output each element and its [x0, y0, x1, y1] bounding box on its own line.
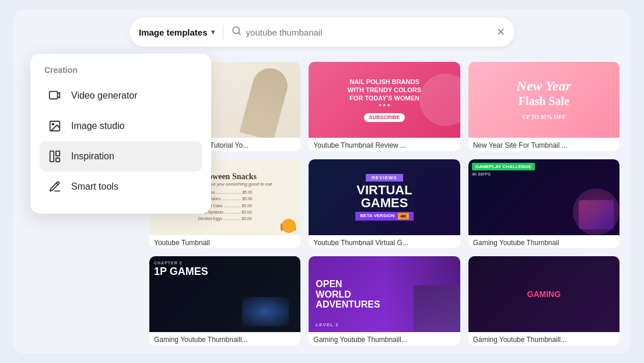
svg-point-4: [52, 123, 54, 125]
thumbnail-grid: HAPPYLIFEHAPPYTIME Youtube Thubnail Tuto…: [141, 54, 631, 354]
svg-rect-2: [50, 92, 58, 99]
img9-placeholder: GAMING: [527, 289, 561, 299]
img5-sub: BETA VERSION 4K: [355, 212, 413, 221]
dropdown-label: Image templates: [139, 27, 208, 37]
svg-rect-5: [50, 151, 54, 162]
img6-badge: GAMEPLAY CHALLENGE: [472, 163, 535, 170]
img7-chapter: CHAPTER 2: [154, 261, 183, 265]
thumb-card-3[interactable]: New YearFlash SaleUP TO 95% OFF New Year…: [468, 62, 620, 151]
thumb-label-6: Gaming Youtube Thumbnail: [468, 235, 620, 249]
thumb-card-5[interactable]: REVIEWS VIRTUALGAMES BETA VERSION 4K You…: [309, 159, 460, 249]
thumb-label-2: Youtube Thumbnail Review ...: [309, 138, 460, 151]
video-generator-icon: [47, 88, 63, 104]
thumb-card-8[interactable]: OPENWORLDADVENTURES LEVEL 2 Gaming Youtu…: [309, 256, 460, 345]
thumb-card-9[interactable]: GAMING Gaming Youtube Thumbnaill...: [468, 256, 620, 345]
dropdown-item-inspiration[interactable]: Inspiration: [40, 141, 202, 172]
dropdown-item-video-generator[interactable]: Video generator: [40, 81, 202, 111]
img7-glow: [242, 297, 289, 326]
img5-title: VIRTUALGAMES: [356, 184, 412, 210]
img7-title: 1P GAMES: [154, 266, 208, 277]
img5-reviews: REVIEWS: [366, 174, 403, 182]
thumb-label-5: Youtube Thumbnail Virtual G...: [309, 235, 460, 249]
img6-fps: 4K 60FPS: [472, 172, 535, 176]
chevron-down-icon: ▾: [211, 28, 215, 36]
thumb-label-9: Gaming Youtube Thumbnaill...: [468, 332, 620, 345]
inspiration-label: Inspiration: [71, 151, 114, 162]
image-studio-label: Image studio: [71, 121, 125, 131]
thumb-card-2[interactable]: NAIL POLISH BRANDSWITH TRENDY COLORSFOR …: [309, 62, 460, 151]
img8-text: OPENWORLDADVENTURES: [316, 279, 380, 310]
thumb-label-4: Youtube Tumbnail: [149, 235, 300, 249]
img1-figure: [240, 64, 292, 138]
thumb-label-8: Gaming Youtube Thumbnaill...: [309, 332, 460, 345]
thumb-label-3: New Year Site For Tumbnail ...: [468, 138, 620, 151]
search-input[interactable]: [246, 27, 496, 37]
img4-pumpkin: [282, 219, 296, 233]
smart-tools-label: Smart tools: [71, 182, 118, 192]
video-generator-label: Video generator: [71, 90, 138, 101]
image-studio-icon: [47, 118, 63, 134]
svg-line-1: [238, 33, 240, 34]
search-icon: [232, 26, 242, 39]
svg-rect-7: [56, 158, 60, 162]
creation-dropdown: Creation Video generator Image studio: [30, 54, 211, 214]
template-type-dropdown[interactable]: Image templates ▾: [139, 27, 215, 37]
img8-level: LEVEL 2: [316, 322, 338, 327]
dropdown-item-image-studio[interactable]: Image studio: [40, 111, 202, 141]
img2-text: NAIL POLISH BRANDSWITH TRENDY COLORSFOR …: [324, 78, 444, 123]
search-divider: [223, 25, 223, 39]
img8-scene: [384, 256, 460, 332]
thumb-card-7[interactable]: CHAPTER 2 1P GAMES Gaming Youtube Thumbn…: [149, 256, 300, 345]
thumb-label-7: Gaming Youtube Thumbnaill...: [149, 332, 300, 345]
app-container: Image templates ▾ ✕ HAPPYLIFEHAPPYTIME Y…: [13, 9, 631, 354]
thumb-card-6[interactable]: GAMEPLAY CHALLENGE 4K 60FPS Gaming Youtu…: [468, 159, 620, 249]
smart-tools-icon: [47, 179, 63, 195]
svg-rect-6: [56, 151, 60, 156]
clear-icon[interactable]: ✕: [496, 26, 505, 39]
img3-text: New YearFlash SaleUP TO 95% OFF: [517, 78, 572, 123]
search-bar: Image templates ▾ ✕: [130, 18, 514, 47]
img6-city: [579, 200, 614, 229]
inspiration-icon: [47, 148, 63, 165]
img8-scene-detail: [414, 285, 460, 332]
section-label: Creation: [40, 65, 202, 75]
dropdown-item-smart-tools[interactable]: Smart tools: [40, 172, 202, 202]
